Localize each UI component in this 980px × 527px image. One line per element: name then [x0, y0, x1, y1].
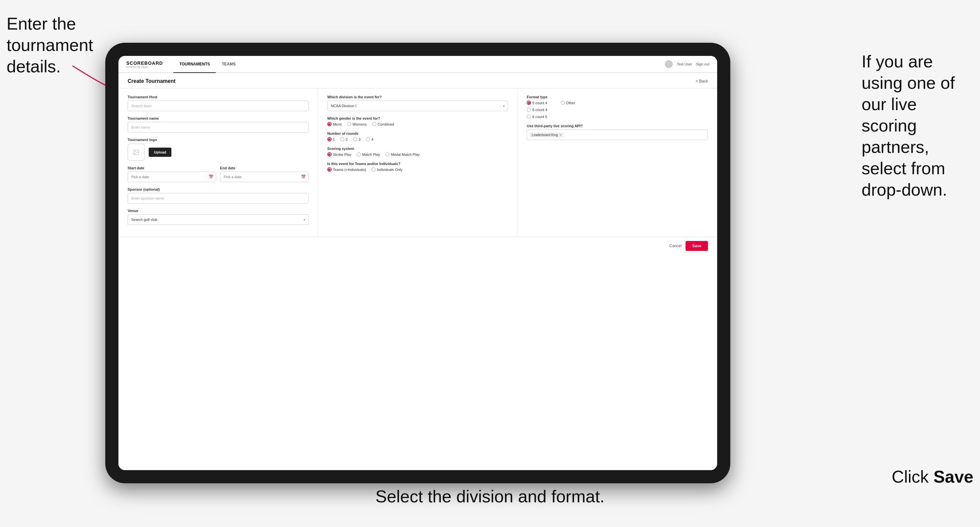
annotation-bottom-right: Click Save — [891, 466, 974, 487]
upload-button[interactable]: Upload — [149, 148, 172, 157]
format-5count4-radio[interactable] — [527, 101, 531, 105]
format-other-label: Other — [566, 101, 575, 105]
rounds-3-radio[interactable] — [353, 137, 357, 141]
sponsor-input[interactable] — [128, 193, 309, 203]
rounds-1-label: 1 — [333, 137, 335, 141]
gender-combined[interactable]: Combined — [372, 122, 394, 126]
tournament-logo-group: Tournament logo Upload — [128, 138, 309, 161]
format-6count4-radio[interactable] — [527, 108, 531, 112]
gender-label: Which gender is the event for? — [327, 116, 508, 120]
calendar-icon-end: 📅 — [301, 175, 306, 179]
format-5count4[interactable]: 5 count 4 — [527, 101, 547, 105]
tournament-host-label: Tournament Host — [128, 95, 309, 99]
end-date-input[interactable] — [220, 171, 309, 182]
nav-tournaments[interactable]: TOURNAMENTS — [173, 56, 216, 73]
venue-select[interactable]: Search golf club — [128, 214, 309, 225]
tournament-name-group: Tournament name — [128, 116, 309, 132]
rounds-1-radio[interactable] — [327, 137, 332, 141]
format-other[interactable]: Other — [560, 101, 575, 105]
scoring-medal-radio[interactable] — [385, 152, 390, 157]
scoring-group: Scoring system Stroke Play Match Play — [327, 147, 508, 157]
team-group: Is this event for Teams and/or Individua… — [327, 162, 508, 171]
user-avatar — [665, 60, 673, 68]
brand-title: SCOREBOARD — [126, 60, 163, 66]
team-teams[interactable]: Teams (+Individuals) — [327, 167, 366, 171]
format-row-1: 5 count 4 Other — [527, 101, 708, 105]
sign-out-link[interactable]: Sign out — [696, 62, 709, 66]
rounds-2-radio[interactable] — [340, 137, 344, 141]
rounds-4-label: 4 — [371, 137, 373, 141]
gender-mens-radio[interactable] — [327, 122, 332, 126]
rounds-radio-group: 1 2 3 4 — [327, 137, 508, 141]
venue-select-wrapper: Search golf club — [128, 214, 309, 225]
gender-womens-label: Womens — [353, 122, 367, 126]
format-6count4[interactable]: 6 count 4 — [527, 108, 708, 112]
format-other-radio[interactable] — [560, 101, 565, 105]
start-date-input[interactable] — [128, 171, 216, 182]
gender-womens[interactable]: Womens — [347, 122, 367, 126]
scoring-match-label: Match Play — [362, 152, 380, 157]
tournament-name-label: Tournament name — [128, 116, 309, 120]
create-header: Create Tournament < Back — [118, 73, 717, 89]
gender-womens-radio[interactable] — [347, 122, 352, 126]
end-date-group: End date 📅 — [220, 166, 309, 182]
tablet-screen: SCOREBOARD Powered by clippit TOURNAMENT… — [118, 56, 717, 470]
live-scoring-tag-input[interactable]: Leaderboard King ✕ — [527, 130, 708, 140]
scoring-label: Scoring system — [327, 147, 508, 151]
team-teams-radio[interactable] — [327, 167, 332, 171]
rounds-2-label: 2 — [346, 137, 348, 141]
start-date-label: Start date — [128, 166, 216, 170]
format-group: Format type 5 count 4 Other — [527, 95, 708, 119]
rounds-3[interactable]: 3 — [353, 137, 361, 141]
division-select[interactable]: NCAA Division I — [327, 101, 508, 111]
rounds-3-label: 3 — [359, 137, 361, 141]
save-button[interactable]: Save — [686, 241, 708, 251]
cancel-button[interactable]: Cancel — [670, 244, 682, 248]
form-column-1: Tournament Host Tournament name Tourname… — [118, 89, 318, 237]
rounds-1[interactable]: 1 — [327, 137, 335, 141]
tournament-host-input[interactable] — [128, 101, 309, 111]
format-6count5-radio[interactable] — [527, 114, 531, 119]
format-options: 5 count 4 Other 6 count 4 — [527, 101, 708, 119]
scoring-match[interactable]: Match Play — [356, 152, 380, 157]
tournament-host-group: Tournament Host — [128, 95, 309, 111]
scoring-match-radio[interactable] — [356, 152, 361, 157]
venue-label: Venue — [128, 209, 309, 213]
gender-combined-radio[interactable] — [372, 122, 376, 126]
user-name: Test User — [677, 62, 692, 66]
navbar: SCOREBOARD Powered by clippit TOURNAMENT… — [118, 56, 717, 73]
format-6count4-label: 6 count 4 — [532, 108, 547, 112]
start-date-group: Start date 📅 — [128, 166, 216, 182]
logo-upload-area: Upload — [128, 144, 309, 161]
form-footer: Cancel Save — [118, 237, 717, 255]
team-teams-label: Teams (+Individuals) — [333, 168, 366, 171]
tournament-name-input[interactable] — [128, 122, 309, 132]
scoring-stroke-radio[interactable] — [327, 152, 332, 157]
form-column-3: Format type 5 count 4 Other — [517, 89, 717, 237]
sponsor-group: Sponsor (optional) — [128, 187, 309, 203]
calendar-icon-start: 📅 — [208, 175, 213, 179]
form-body: Tournament Host Tournament name Tourname… — [118, 89, 717, 237]
nav-teams[interactable]: TEAMS — [216, 56, 242, 73]
back-link[interactable]: < Back — [696, 79, 708, 84]
gender-mens[interactable]: Mens — [327, 122, 342, 126]
gender-mens-label: Mens — [333, 122, 342, 126]
scoring-stroke[interactable]: Stroke Play — [327, 152, 352, 157]
scoring-medal[interactable]: Medal Match Play — [385, 152, 420, 157]
scoring-stroke-label: Stroke Play — [333, 152, 352, 157]
team-label: Is this event for Teams and/or Individua… — [327, 162, 508, 166]
end-date-wrapper: 📅 — [220, 171, 309, 182]
end-date-label: End date — [220, 166, 309, 170]
rounds-4[interactable]: 4 — [366, 137, 373, 141]
rounds-4-radio[interactable] — [366, 137, 370, 141]
division-select-wrapper: NCAA Division I — [327, 101, 508, 111]
date-group: Start date 📅 End date 📅 — [128, 166, 309, 182]
division-group: Which division is the event for? NCAA Di… — [327, 95, 508, 111]
live-scoring-tag-close[interactable]: ✕ — [559, 133, 562, 137]
format-6count5[interactable]: 6 count 5 — [527, 114, 708, 119]
team-radio-group: Teams (+Individuals) Individuals Only — [327, 167, 508, 171]
team-individuals-radio[interactable] — [371, 167, 376, 171]
page-title: Create Tournament — [128, 78, 176, 84]
team-individuals[interactable]: Individuals Only — [371, 167, 402, 171]
rounds-2[interactable]: 2 — [340, 137, 348, 141]
